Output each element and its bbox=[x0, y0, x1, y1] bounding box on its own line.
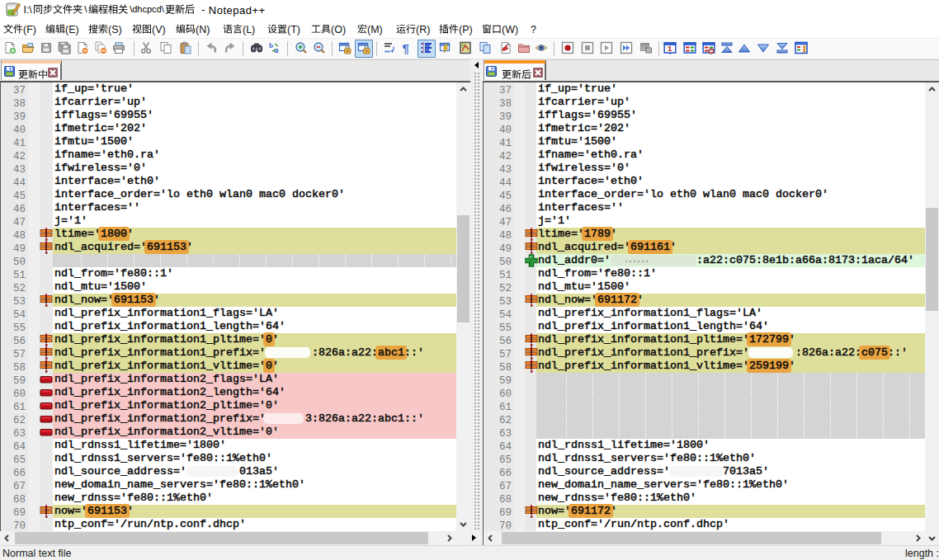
svg-text:b: b bbox=[269, 41, 273, 49]
svg-text:¶: ¶ bbox=[403, 41, 409, 54]
svg-text:1: 1 bbox=[668, 44, 672, 53]
